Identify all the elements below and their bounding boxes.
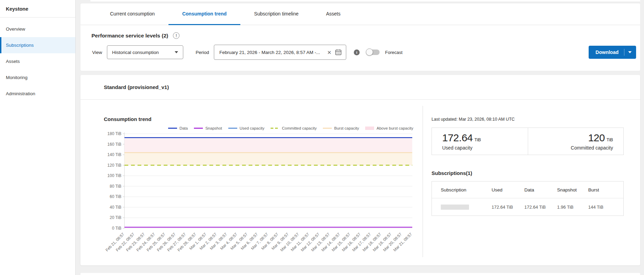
legend-label: Used capacity	[240, 126, 264, 130]
capacity-stats-card: 172.64TiB Used capacity 120TiB Committed…	[432, 128, 624, 155]
forecast-label: Forecast	[385, 50, 403, 55]
sidebar-item-assets[interactable]: Assets	[0, 53, 75, 69]
column-burst[interactable]: Burst	[588, 187, 614, 192]
legend-label: Data	[179, 126, 188, 130]
consumption-chart: 0 TiB20 TiB40 TiB60 TiB80 TiB100 TiB120 …	[104, 130, 413, 255]
used-capacity-stat: 172.64TiB Used capacity	[432, 128, 528, 155]
legend-label: Committed capacity	[282, 126, 317, 130]
sidebar: Keystone Overview Subscriptions Assets M…	[0, 0, 76, 275]
chart-column: Consumption trend DataSnapshotUsed capac…	[80, 100, 423, 265]
clear-icon[interactable]: ✕	[327, 50, 331, 55]
svg-text:160 TiB: 160 TiB	[107, 142, 121, 147]
cell-data: 172.64 TiB	[524, 205, 557, 210]
committed-capacity-unit: TiB	[607, 137, 613, 142]
legend-swatch	[270, 126, 280, 130]
sidebar-item-overview[interactable]: Overview	[0, 21, 75, 37]
tab-assets[interactable]: Assets	[312, 3, 354, 25]
committed-capacity-stat: 120TiB Committed capacity	[528, 128, 624, 155]
svg-text:0 TiB: 0 TiB	[112, 226, 121, 231]
view-select-value: Historical consumption	[112, 50, 159, 55]
legend-item[interactable]: Above burst capacity	[365, 126, 413, 130]
legend-swatch	[323, 126, 332, 130]
legend-swatch	[194, 126, 203, 130]
period-label: Period	[196, 50, 209, 55]
service-level-title: Standard (provisioned_v1)	[80, 75, 640, 100]
legend-swatch	[168, 126, 177, 130]
used-capacity-label: Used capacity	[442, 145, 517, 151]
legend-item[interactable]: Data	[168, 126, 188, 130]
used-capacity-unit: TiB	[474, 137, 481, 142]
tab-current-consumption[interactable]: Current consumption	[96, 3, 168, 25]
legend-label: Burst capacity	[334, 126, 359, 130]
column-data[interactable]: Data	[524, 187, 557, 192]
subscriptions-title: Subscriptions(1)	[432, 170, 624, 176]
service-level-card: Standard (provisioned_v1) Consumption tr…	[80, 75, 640, 265]
svg-text:60 TiB: 60 TiB	[110, 194, 121, 199]
svg-text:80 TiB: 80 TiB	[110, 184, 121, 189]
svg-text:100 TiB: 100 TiB	[107, 173, 121, 178]
service-level-body: Consumption trend DataSnapshotUsed capac…	[80, 100, 640, 265]
chevron-down-icon[interactable]	[628, 51, 632, 53]
heading-row: Performance service levels (2) !	[80, 25, 640, 39]
sidebar-nav: Overview Subscriptions Assets Monitoring…	[0, 18, 75, 102]
sidebar-title: Keystone	[0, 0, 75, 18]
legend-item[interactable]: Committed capacity	[270, 126, 317, 130]
sidebar-item-subscriptions[interactable]: Subscriptions	[0, 37, 75, 53]
column-used[interactable]: Used	[492, 187, 524, 192]
next-card-edge	[80, 273, 640, 275]
subscriptions-table: Subscription Used Data Snapshot Burst 17…	[432, 181, 624, 216]
summary-column: Last updated: Mar 23, 2026, 08:10 AM UTC…	[423, 100, 640, 265]
app-root: Keystone Overview Subscriptions Assets M…	[0, 0, 644, 275]
download-label: Download	[596, 50, 619, 55]
table-header-row: Subscription Used Data Snapshot Burst	[432, 182, 623, 198]
calendar-icon[interactable]	[335, 49, 342, 56]
table-row: 172.64 TiB 172.64 TiB 1.96 TiB 144 TiB	[432, 198, 623, 216]
last-updated-text: Last updated: Mar 23, 2026, 08:10 AM UTC	[432, 117, 624, 122]
view-label: View	[92, 50, 102, 55]
sidebar-item-monitoring[interactable]: Monitoring	[0, 69, 75, 86]
legend-swatch	[365, 126, 374, 130]
committed-capacity-value: 120	[588, 132, 605, 143]
legend-label: Above burst capacity	[376, 126, 413, 130]
chart-legend: DataSnapshotUsed capacityCommitted capac…	[104, 126, 413, 130]
chevron-down-icon	[175, 51, 178, 53]
svg-text:140 TiB: 140 TiB	[107, 152, 121, 157]
cell-snapshot: 1.96 TiB	[557, 205, 588, 210]
controls-row: View Historical consumption Period Febru…	[80, 45, 640, 60]
sidebar-item-administration[interactable]: Administration	[0, 86, 75, 102]
toggle-knob	[366, 48, 373, 56]
column-subscription[interactable]: Subscription	[441, 187, 492, 192]
used-capacity-value: 172.64	[442, 132, 473, 143]
period-input[interactable]: February 21, 2026 - March 22, 2026, 8:57…	[214, 45, 346, 60]
legend-item[interactable]: Burst capacity	[323, 126, 359, 130]
button-divider	[624, 49, 624, 56]
info-icon[interactable]: i	[354, 50, 360, 55]
svg-text:40 TiB: 40 TiB	[110, 205, 121, 210]
legend-item[interactable]: Snapshot	[194, 126, 222, 130]
tab-subscription-timeline[interactable]: Subscription timeline	[240, 3, 312, 25]
legend-label: Snapshot	[205, 126, 222, 130]
forecast-toggle[interactable]	[367, 50, 380, 55]
svg-text:Mar 21, 08:57: Mar 21, 08:57	[393, 232, 413, 252]
tab-bar: Current consumption Consumption trend Su…	[80, 3, 640, 25]
period-value: February 21, 2026 - March 22, 2026, 8:57…	[219, 50, 324, 55]
svg-text:20 TiB: 20 TiB	[110, 215, 121, 220]
legend-item[interactable]: Used capacity	[228, 126, 264, 130]
svg-text:120 TiB: 120 TiB	[107, 163, 121, 168]
download-button[interactable]: Download	[589, 46, 636, 59]
page-title: Performance service levels (2)	[91, 33, 168, 39]
subscription-name-redacted	[441, 205, 469, 210]
tab-consumption-trend[interactable]: Consumption trend	[168, 3, 240, 25]
controls-panel: Current consumption Consumption trend Su…	[80, 3, 640, 71]
chart-title: Consumption trend	[104, 116, 423, 122]
column-snapshot[interactable]: Snapshot	[557, 187, 588, 192]
view-select[interactable]: Historical consumption	[107, 45, 183, 59]
legend-swatch	[228, 126, 238, 130]
alert-icon[interactable]: !	[173, 32, 179, 39]
svg-text:180 TiB: 180 TiB	[107, 131, 121, 136]
main-content: Current consumption Consumption trend Su…	[76, 0, 644, 275]
committed-capacity-label: Committed capacity	[571, 145, 613, 151]
previous-card-edge	[90, 0, 640, 2]
cell-used: 172.64 TiB	[492, 205, 524, 210]
cell-burst: 144 TiB	[588, 205, 614, 210]
